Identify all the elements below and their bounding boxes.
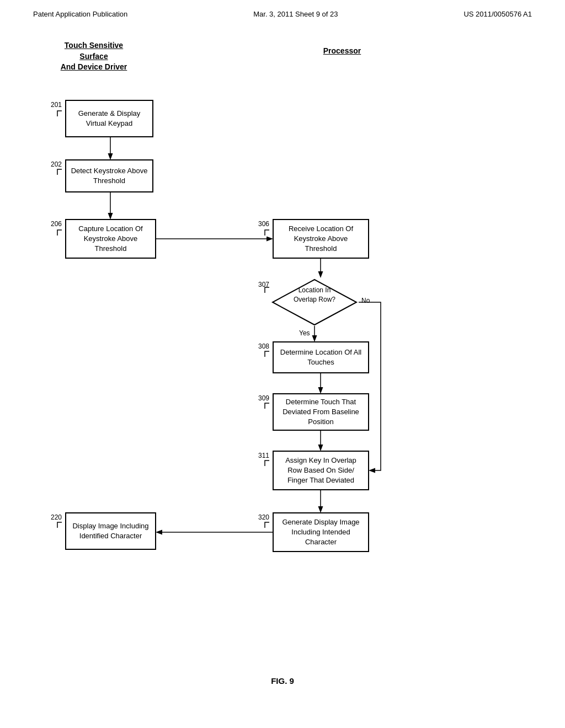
label-220: 220 xyxy=(51,513,62,521)
box-201: Generate & Display Virtual Keypad xyxy=(65,100,153,137)
box-308: Determine Location Of All Touches xyxy=(273,341,369,373)
label-306: 306 xyxy=(258,220,269,228)
figure-caption: FIG. 9 xyxy=(271,676,294,686)
label-311: 311 xyxy=(258,452,269,459)
diagram-area: Touch Sensitive Surface And Device Drive… xyxy=(0,24,565,697)
header-left: Patent Application Publication xyxy=(33,10,127,18)
diamond-307: Location InOverlap Row? xyxy=(270,277,359,327)
box-206: Capture Location Of Keystroke Above Thre… xyxy=(65,219,156,259)
box-309: Determine Touch That Deviated From Basel… xyxy=(273,393,369,431)
label-320: 320 xyxy=(258,513,269,521)
label-308: 308 xyxy=(258,342,269,350)
label-307: 307 xyxy=(258,281,269,288)
left-column-header: Touch Sensitive Surface And Device Drive… xyxy=(50,40,138,73)
box-320: Generate Display Image Including Intende… xyxy=(273,512,369,552)
label-201: 201 xyxy=(51,101,62,109)
box-311: Assign Key In Overlap Row Based On Side/… xyxy=(273,451,369,490)
box-202: Detect Keystroke Above Threshold xyxy=(65,159,153,192)
box-306: Receive Location Of Keystroke Above Thre… xyxy=(273,219,369,259)
header-right: US 2011/0050576 A1 xyxy=(463,10,532,18)
right-column-header: Processor xyxy=(309,46,375,57)
label-206: 206 xyxy=(51,220,62,228)
page-header: Patent Application Publication Mar. 3, 2… xyxy=(0,0,565,24)
label-309: 309 xyxy=(258,394,269,402)
diamond-307-yes: Yes xyxy=(299,329,310,337)
header-middle: Mar. 3, 2011 Sheet 9 of 23 xyxy=(253,10,338,18)
diamond-307-no: No xyxy=(361,297,370,304)
box-220: Display Image Including Identified Chara… xyxy=(65,512,156,550)
label-202: 202 xyxy=(51,160,62,168)
